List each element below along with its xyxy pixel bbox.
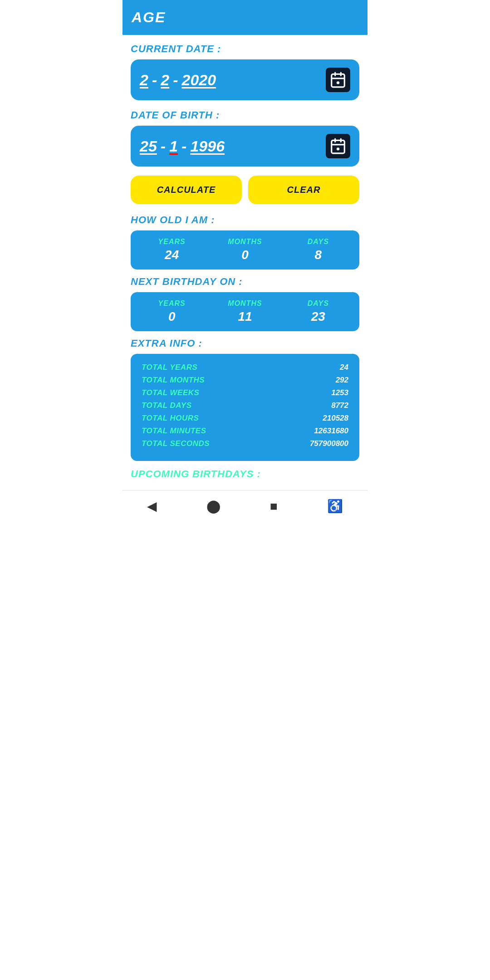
extra-value-total-years: 24 bbox=[340, 363, 348, 372]
stop-icon: ■ bbox=[270, 499, 278, 514]
next-bday-years-cell: YEARS 0 bbox=[135, 299, 208, 324]
app-header: AGE bbox=[122, 0, 368, 35]
extra-label-total-years: TOTAL YEARS bbox=[142, 363, 197, 372]
next-birthday-section: NEXT BIRTHDAY ON : YEARS 0 MONTHS 11 DAY… bbox=[131, 276, 359, 331]
action-buttons: CALCULATE CLEAR bbox=[131, 176, 359, 204]
current-date-year[interactable]: 2020 bbox=[182, 71, 216, 89]
current-date-sep1: - bbox=[152, 71, 157, 89]
dob-year[interactable]: 1996 bbox=[190, 137, 225, 155]
nav-accessibility-button[interactable]: ♿ bbox=[320, 497, 350, 515]
how-old-months-label: MONTHS bbox=[208, 238, 281, 246]
extra-value-total-minutes: 12631680 bbox=[314, 426, 348, 436]
dob-month[interactable]: 1 bbox=[169, 137, 178, 155]
extra-row-total-minutes: TOTAL MINUTES 12631680 bbox=[142, 426, 348, 436]
current-date-fields: 2 - 2 - 2020 bbox=[140, 71, 326, 89]
how-old-card: YEARS 24 MONTHS 0 DAYS 8 bbox=[131, 230, 359, 270]
svg-point-4 bbox=[337, 81, 339, 84]
extra-label-total-months: TOTAL MONTHS bbox=[142, 376, 205, 385]
main-content: CURRENT DATE : 2 - 2 - 2020 DATE OF bbox=[122, 35, 368, 484]
extra-info-card: TOTAL YEARS 24 TOTAL MONTHS 292 TOTAL WE… bbox=[131, 354, 359, 461]
svg-point-9 bbox=[337, 147, 339, 150]
next-bday-years-label: YEARS bbox=[135, 299, 208, 308]
extra-value-total-days: 8772 bbox=[331, 401, 348, 410]
how-old-years-label: YEARS bbox=[135, 238, 208, 246]
date-of-birth-section: DATE OF BIRTH : 25 - 1 - 1996 bbox=[131, 109, 359, 167]
extra-value-total-weeks: 1253 bbox=[331, 388, 348, 397]
dob-calendar-icon[interactable] bbox=[326, 134, 350, 158]
extra-label-total-seconds: TOTAL SECONDS bbox=[142, 439, 210, 448]
clear-button[interactable]: CLEAR bbox=[248, 176, 359, 204]
calculate-button[interactable]: CALCULATE bbox=[131, 176, 242, 204]
next-birthday-card: YEARS 0 MONTHS 11 DAYS 23 bbox=[131, 292, 359, 331]
current-date-label: CURRENT DATE : bbox=[131, 43, 359, 55]
how-old-section: HOW OLD I AM : YEARS 24 MONTHS 0 DAYS 8 bbox=[131, 214, 359, 270]
extra-label-total-days: TOTAL DAYS bbox=[142, 401, 191, 410]
extra-row-total-months: TOTAL MONTHS 292 bbox=[142, 376, 348, 385]
extra-info-section: EXTRA INFO : TOTAL YEARS 24 TOTAL MONTHS… bbox=[131, 338, 359, 461]
how-old-days-value: 8 bbox=[282, 248, 355, 262]
upcoming-label: UPCOMING BIRTHDAYS : bbox=[131, 468, 359, 484]
extra-row-total-hours: TOTAL HOURS 210528 bbox=[142, 414, 348, 423]
how-old-days-cell: DAYS 8 bbox=[282, 238, 355, 262]
extra-row-total-weeks: TOTAL WEEKS 1253 bbox=[142, 388, 348, 397]
extra-label-total-minutes: TOTAL MINUTES bbox=[142, 426, 206, 436]
extra-value-total-hours: 210528 bbox=[323, 414, 348, 423]
next-bday-days-label: DAYS bbox=[282, 299, 355, 308]
next-bday-days-value: 23 bbox=[282, 309, 355, 324]
dob-day[interactable]: 25 bbox=[140, 137, 157, 155]
nav-stop-button[interactable]: ■ bbox=[263, 497, 285, 515]
extra-value-total-seconds: 757900800 bbox=[310, 439, 348, 448]
app-title: AGE bbox=[132, 9, 166, 25]
dob-sep1: - bbox=[161, 137, 166, 155]
current-date-input-box[interactable]: 2 - 2 - 2020 bbox=[131, 59, 359, 100]
svg-rect-0 bbox=[332, 74, 345, 87]
how-old-months-cell: MONTHS 0 bbox=[208, 238, 281, 262]
extra-row-total-days: TOTAL DAYS 8772 bbox=[142, 401, 348, 410]
bottom-navigation: ◀ ⬤ ■ ♿ bbox=[122, 490, 368, 520]
extra-info-label: EXTRA INFO : bbox=[131, 338, 359, 349]
current-date-day[interactable]: 2 bbox=[140, 71, 148, 89]
dob-sep2: - bbox=[181, 137, 186, 155]
nav-back-button[interactable]: ◀ bbox=[140, 497, 164, 515]
current-date-calendar-icon[interactable] bbox=[326, 68, 350, 92]
next-bday-months-label: MONTHS bbox=[208, 299, 281, 308]
dob-label: DATE OF BIRTH : bbox=[131, 109, 359, 121]
next-bday-years-value: 0 bbox=[135, 309, 208, 324]
next-bday-months-cell: MONTHS 11 bbox=[208, 299, 281, 324]
back-icon: ◀ bbox=[147, 499, 157, 514]
current-date-month[interactable]: 2 bbox=[161, 71, 169, 89]
svg-rect-5 bbox=[332, 140, 345, 153]
extra-row-total-years: TOTAL YEARS 24 bbox=[142, 363, 348, 372]
how-old-months-value: 0 bbox=[208, 248, 281, 262]
dob-input-box[interactable]: 25 - 1 - 1996 bbox=[131, 126, 359, 167]
how-old-years-cell: YEARS 24 bbox=[135, 238, 208, 262]
accessibility-icon: ♿ bbox=[327, 499, 343, 514]
how-old-years-value: 24 bbox=[135, 248, 208, 262]
extra-label-total-weeks: TOTAL WEEKS bbox=[142, 388, 199, 397]
home-icon: ⬤ bbox=[206, 499, 220, 514]
next-bday-months-value: 11 bbox=[208, 309, 281, 324]
current-date-sep2: - bbox=[173, 71, 178, 89]
how-old-label: HOW OLD I AM : bbox=[131, 214, 359, 226]
current-date-section: CURRENT DATE : 2 - 2 - 2020 bbox=[131, 43, 359, 100]
extra-row-total-seconds: TOTAL SECONDS 757900800 bbox=[142, 439, 348, 448]
how-old-days-label: DAYS bbox=[282, 238, 355, 246]
upcoming-section: UPCOMING BIRTHDAYS : bbox=[131, 468, 359, 484]
dob-fields: 25 - 1 - 1996 bbox=[140, 137, 326, 155]
nav-home-button[interactable]: ⬤ bbox=[199, 497, 228, 515]
extra-value-total-months: 292 bbox=[336, 376, 348, 385]
next-bday-days-cell: DAYS 23 bbox=[282, 299, 355, 324]
extra-label-total-hours: TOTAL HOURS bbox=[142, 414, 199, 423]
next-birthday-label: NEXT BIRTHDAY ON : bbox=[131, 276, 359, 288]
